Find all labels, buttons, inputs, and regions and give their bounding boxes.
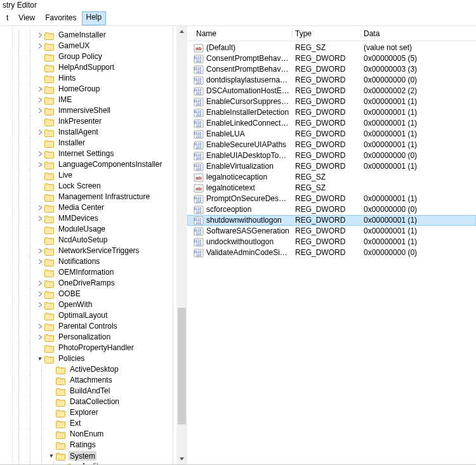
list-body[interactable]: ab(Default)REG_SZ(value not set)0110110C… [187,41,476,464]
list-row[interactable]: ablegalnoticetextREG_SZ [187,183,476,193]
tree-item[interactable]: PhotoPropertyHandler [13,343,173,353]
tree-item[interactable]: IME [13,95,173,105]
scroll-thumb[interactable] [178,308,186,424]
tree-item[interactable]: GameUX [13,41,173,51]
tree-item[interactable]: OOBE [13,289,173,299]
tree-item[interactable]: LanguageComponentsInstaller [13,159,173,170]
tree-item[interactable]: OptimalLayout [13,310,173,321]
tree-item[interactable]: Parental Controls [13,321,173,332]
chevron-right-icon[interactable] [36,278,44,289]
list-row[interactable]: 0110110undockwithoutlogonREG_DWORD0x0000… [187,237,476,247]
chevron-right-icon[interactable] [36,256,44,267]
list-row[interactable]: 0110110dontdisplaylastusernameREG_DWORD0… [187,75,476,86]
tree-item[interactable]: OneDriveRamps [13,278,173,289]
chevron-right-icon[interactable] [36,127,44,138]
list-row[interactable]: 0110110DSCAutomationHostEnabledREG_DWORD… [187,86,476,96]
chevron-right-icon[interactable] [36,289,44,299]
tree-item[interactable]: Group Policy [13,51,173,62]
tree-item[interactable]: Audit [13,461,173,464]
tree-item[interactable]: HomeGroup [13,84,173,95]
list-row[interactable]: 0110110SoftwareSASGenerationREG_DWORD0x0… [187,226,476,237]
list-row[interactable]: 0110110EnableLUAREG_DWORD0x00000001 (1) [187,129,476,140]
list-row[interactable]: 0110110ConsentPromptBehaviorUserREG_DWOR… [187,64,476,75]
chevron-right-icon[interactable] [36,321,44,332]
menu-help[interactable]: Help [82,11,107,25]
tree-item[interactable]: Notifications [13,256,173,267]
tree-item[interactable]: Lock Screen [13,181,173,192]
chevron-right-icon[interactable] [36,30,44,41]
tree-vertical-scrollbar[interactable] [176,26,187,464]
chevron-down-icon[interactable] [47,450,56,461]
tree-item[interactable]: Ratings [13,440,173,450]
svg-text:ab: ab [195,186,201,192]
tree-item[interactable]: System [13,450,173,461]
tree-item[interactable]: Ext [13,418,173,429]
tree-item[interactable]: Media Center [13,202,173,213]
tree-item[interactable]: Policies [13,353,173,364]
list-row[interactable]: 0110110ConsentPromptBehaviorAdminREG_DWO… [187,53,476,64]
tree-item[interactable]: ModuleUsage [13,224,173,235]
list-row[interactable]: 0110110scforceoptionREG_DWORD0x00000000 … [187,204,476,215]
list-row[interactable]: 0110110EnableUIADesktopToggleREG_DWORD0x… [187,150,476,161]
tree-item[interactable]: Hints [13,73,173,84]
tree-item[interactable]: Attachments [13,375,173,386]
list-row[interactable]: 0110110EnableCursorSuppressionREG_DWORD0… [187,96,476,107]
tree-item[interactable]: Installer [13,138,173,148]
tree-item[interactable]: NonEnum [13,429,173,440]
header-name[interactable]: Name [191,26,293,41]
tree-item[interactable]: OEMInformation [13,267,173,278]
chevron-down-icon[interactable] [36,353,44,364]
list-row[interactable]: 0110110PromptOnSecureDesktopREG_DWORD0x0… [187,193,476,204]
tree-item[interactable]: Explorer [13,407,173,418]
chevron-right-icon[interactable] [36,84,44,95]
list-row[interactable]: 0110110EnableLinkedConnectionsREG_DWORD0… [187,118,476,129]
chevron-right-icon[interactable] [36,299,44,310]
chevron-right-icon[interactable] [36,95,44,105]
twisty-blank [58,461,67,464]
tree-item[interactable]: BuildAndTel [13,386,173,396]
chevron-right-icon[interactable] [36,332,44,343]
tree-item[interactable]: Live [13,170,173,181]
chevron-right-icon[interactable] [36,105,44,116]
list-row[interactable]: 0110110shutdownwithoutlogonREG_DWORD0x00… [187,215,476,226]
tree-item[interactable]: ActiveDesktop [13,364,173,375]
tree-item[interactable]: MMDevices [13,213,173,224]
menu-t[interactable]: t [1,11,13,25]
tree-item[interactable]: NcdAutoSetup [13,235,173,246]
chevron-right-icon[interactable] [36,41,44,51]
folder-icon [44,181,55,192]
tree-item[interactable]: NetworkServiceTriggers [13,246,173,256]
chevron-right-icon[interactable] [36,213,44,224]
menu-view[interactable]: View [13,11,40,25]
registry-tree[interactable]: GameInstallerGameUXGroup PolicyHelpAndSu… [13,26,173,464]
list-row[interactable]: 0110110EnableSecureUIAPathsREG_DWORD0x00… [187,140,476,150]
svg-text:110: 110 [196,134,202,138]
folder-icon [44,84,55,95]
tree-item[interactable]: Management Infrastructure [13,192,173,202]
header-data[interactable]: Data [361,26,476,41]
list-row[interactable]: ab(Default)REG_SZ(value not set) [187,43,476,53]
chevron-right-icon[interactable] [36,246,44,256]
value-name: EnableLUA [206,129,245,140]
list-row[interactable]: 0110110EnableInstallerDetectionREG_DWORD… [187,107,476,118]
menu-favorites[interactable]: Favorites [40,11,81,25]
header-type[interactable]: Type [293,26,361,41]
list-row[interactable]: 0110110ValidateAdminCodeSignaturesREG_DW… [187,247,476,258]
list-row[interactable]: ablegalnoticecaptionREG_SZ [187,172,476,183]
scroll-track[interactable] [176,37,187,454]
chevron-right-icon[interactable] [36,202,44,213]
list-row[interactable]: 0110110EnableVirtualizationREG_DWORD0x00… [187,161,476,172]
tree-item[interactable]: DataCollection [13,396,173,407]
tree-item[interactable]: OpenWith [13,299,173,310]
tree-item[interactable]: Personalization [13,332,173,343]
tree-item[interactable]: GameInstaller [13,30,173,41]
tree-item[interactable]: ImmersiveShell [13,105,173,116]
tree-item[interactable]: InstallAgent [13,127,173,138]
tree-item[interactable]: HelpAndSupport [13,62,173,73]
tree-item[interactable]: InkPresenter [13,116,173,127]
chevron-right-icon[interactable] [36,148,44,159]
tree-item[interactable]: Internet Settings [13,148,173,159]
chevron-right-icon[interactable] [36,159,44,170]
scroll-down-icon[interactable] [176,454,187,464]
scroll-up-icon[interactable] [176,26,187,37]
